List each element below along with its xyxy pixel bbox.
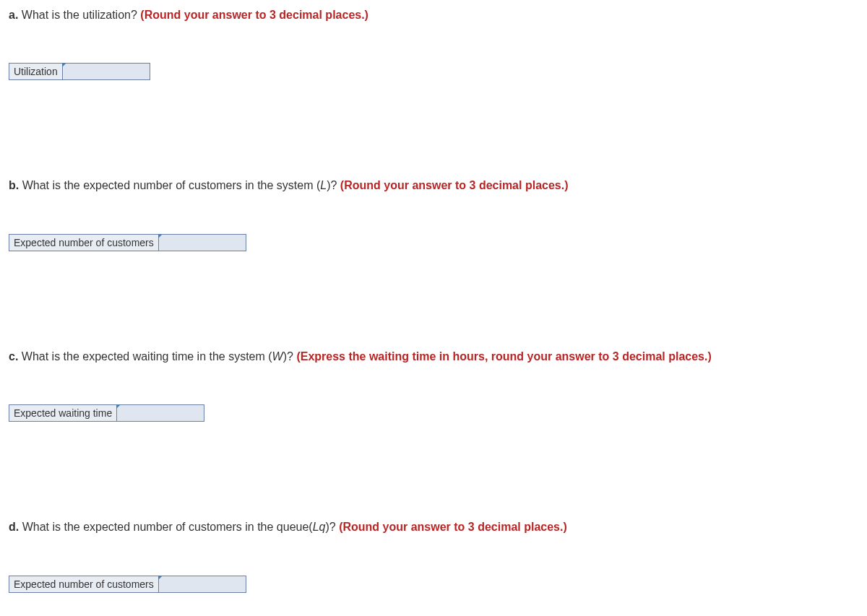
question-b-label: b. — [9, 179, 19, 191]
answer-a-input[interactable] — [63, 64, 150, 79]
question-a-text: a. What is the utilization? (Round your … — [9, 7, 858, 23]
question-c-label: c. — [9, 350, 18, 363]
answer-a-label: Utilization — [9, 64, 63, 80]
question-d-hint: (Round your answer to 3 decimal places.) — [339, 521, 567, 533]
answer-table-b: Expected number of customers — [9, 234, 246, 251]
answer-d-input[interactable] — [159, 577, 246, 591]
input-indicator-icon — [158, 234, 163, 238]
answer-b-label: Expected number of customers — [9, 234, 159, 251]
question-b-italic: L — [320, 179, 327, 191]
answer-d-input-cell[interactable] — [158, 576, 246, 592]
question-a-body: What is the utilization? — [18, 9, 140, 21]
question-d-label: d. — [9, 521, 19, 533]
question-c-hint: (Express the waiting time in hours, roun… — [296, 350, 711, 363]
question-c-italic: W — [272, 350, 283, 363]
input-indicator-icon — [116, 404, 121, 409]
question-d-body-pre: What is the expected number of customers… — [19, 521, 312, 533]
question-d: d. What is the expected number of custom… — [9, 519, 858, 592]
question-a: a. What is the utilization? (Round your … — [9, 7, 858, 80]
question-c: c. What is the expected waiting time in … — [9, 349, 858, 422]
question-d-italic: Lq — [313, 521, 326, 533]
question-c-body-post: )? — [283, 350, 297, 363]
question-b-body-post: )? — [327, 179, 340, 191]
answer-d-label: Expected number of customers — [9, 576, 159, 592]
answer-b-input-cell[interactable] — [158, 234, 246, 251]
question-d-text: d. What is the expected number of custom… — [9, 519, 858, 535]
answer-b-input[interactable] — [159, 235, 246, 250]
answer-table-c: Expected waiting time — [9, 404, 204, 422]
answer-table-d: Expected number of customers — [9, 576, 246, 593]
answer-table-a: Utilization — [9, 63, 150, 80]
question-b-body-pre: What is the expected number of customers… — [19, 179, 320, 191]
question-b-hint: (Round your answer to 3 decimal places.) — [340, 179, 569, 191]
question-d-body-post: )? — [325, 521, 339, 533]
input-indicator-icon — [62, 63, 66, 67]
question-b-text: b. What is the expected number of custom… — [9, 178, 858, 194]
question-a-label: a. — [9, 9, 18, 21]
answer-c-label: Expected waiting time — [9, 405, 117, 422]
question-b: b. What is the expected number of custom… — [9, 178, 858, 251]
question-c-body-pre: What is the expected waiting time in the… — [18, 350, 272, 363]
answer-c-input[interactable] — [117, 406, 204, 420]
answer-a-input-cell[interactable] — [62, 64, 150, 80]
answer-c-input-cell[interactable] — [117, 405, 204, 422]
question-c-text: c. What is the expected waiting time in … — [9, 349, 858, 365]
input-indicator-icon — [158, 576, 163, 580]
question-a-hint: (Round your answer to 3 decimal places.) — [140, 9, 368, 21]
